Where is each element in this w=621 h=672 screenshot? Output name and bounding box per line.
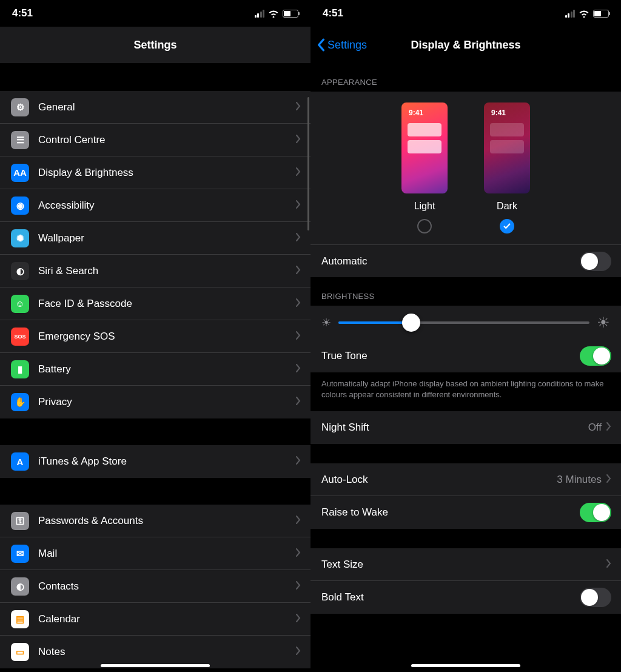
light-label: Light <box>414 201 435 212</box>
notes-icon: ▭ <box>11 643 29 661</box>
sun-large-icon: ☀︎ <box>597 314 610 331</box>
cellular-icon <box>255 10 265 18</box>
chevron-right-icon <box>296 396 301 408</box>
chevron-right-icon <box>296 101 301 113</box>
status-bar: 4:51 <box>0 0 310 27</box>
chevron-right-icon <box>296 331 301 343</box>
scrollbar[interactable] <box>307 97 309 230</box>
settings-row-face-id-passcode[interactable]: ☺Face ID & Passcode <box>0 287 310 320</box>
contacts-icon: ◐ <box>11 577 29 596</box>
row-label: Face ID & Passcode <box>38 298 296 310</box>
dark-label: Dark <box>497 201 517 212</box>
bold-text-toggle[interactable] <box>580 588 611 607</box>
row-label: Emergency SOS <box>38 331 296 343</box>
wifi-icon <box>579 9 589 18</box>
back-label: Settings <box>327 39 367 52</box>
chevron-right-icon <box>296 515 301 527</box>
chevron-right-icon <box>296 580 301 593</box>
nav-bar: Settings Display & Brightness <box>310 27 621 63</box>
accessibility-icon: ◉ <box>11 197 29 215</box>
chevron-right-icon <box>296 455 301 468</box>
appearance-light[interactable]: 9:41 Light <box>401 102 448 234</box>
chevron-right-icon <box>606 474 611 486</box>
settings-row-privacy[interactable]: ✋Privacy <box>0 386 310 418</box>
settings-row-wallpaper[interactable]: ✺Wallpaper <box>0 222 310 255</box>
gear-icon: ⚙︎ <box>11 98 29 116</box>
chevron-right-icon <box>296 167 301 179</box>
settings-row-general[interactable]: ⚙︎General <box>0 91 310 124</box>
privacy-icon: ✋ <box>11 393 29 411</box>
row-label: General <box>38 101 296 113</box>
settings-row-siri-search[interactable]: ◐Siri & Search <box>0 255 310 287</box>
true-tone-toggle[interactable] <box>580 346 611 366</box>
display-brightness-screen: 4:51 Settings Display & Brightness Appea… <box>310 0 621 672</box>
sun-small-icon: ☀︎ <box>321 316 331 329</box>
dark-radio[interactable] <box>500 219 514 234</box>
night-shift-row[interactable]: Night Shift Off <box>310 411 621 444</box>
status-icons <box>565 9 609 18</box>
nav-bar: Settings <box>0 27 310 63</box>
page-title: Settings <box>133 39 176 52</box>
settings-row-battery[interactable]: ▮Battery <box>0 353 310 386</box>
chevron-right-icon <box>296 232 301 244</box>
row-label: Notes <box>38 646 296 658</box>
light-preview: 9:41 <box>401 102 448 193</box>
chevron-right-icon <box>296 298 301 310</box>
automatic-row: Automatic <box>310 244 621 277</box>
bold-text-row: Bold Text <box>310 581 621 614</box>
wifi-icon <box>268 9 279 18</box>
row-label: Passwords & Accounts <box>38 515 296 527</box>
siri-icon: ◐ <box>11 262 29 280</box>
dark-preview: 9:41 <box>484 102 530 193</box>
row-label: Battery <box>38 363 296 375</box>
raise-to-wake-toggle[interactable] <box>580 503 611 522</box>
settings-row-emergency-sos[interactable]: SOSEmergency SOS <box>0 320 310 353</box>
row-label: Display & Brightness <box>38 167 296 179</box>
brightness-slider[interactable] <box>338 321 589 324</box>
settings-row-mail[interactable]: ✉︎Mail <box>0 537 310 570</box>
settings-row-calendar[interactable]: ▤Calendar <box>0 603 310 636</box>
settings-row-passwords-accounts[interactable]: ⚿Passwords & Accounts <box>0 505 310 537</box>
chevron-right-icon <box>606 559 611 571</box>
home-indicator[interactable] <box>101 664 210 667</box>
home-indicator[interactable] <box>411 664 520 667</box>
row-label: iTunes & App Store <box>38 455 296 468</box>
chevron-right-icon <box>296 363 301 375</box>
mail-icon: ✉︎ <box>11 545 29 563</box>
status-icons <box>255 9 299 18</box>
settings-row-display-brightness[interactable]: AADisplay & Brightness <box>0 156 310 189</box>
chevron-right-icon <box>296 200 301 212</box>
appearance-options: 9:41 Light 9:41 Dark <box>310 92 621 244</box>
sos-icon: SOS <box>11 328 29 346</box>
status-bar: 4:51 <box>310 0 621 27</box>
key-icon: ⚿ <box>11 512 29 530</box>
settings-row-itunes-app-store[interactable]: AiTunes & App Store <box>0 445 310 478</box>
text-size-row[interactable]: Text Size <box>310 548 621 581</box>
settings-row-accessibility[interactable]: ◉Accessibility <box>0 189 310 222</box>
faceid-icon: ☺ <box>11 295 29 313</box>
row-label: Siri & Search <box>38 265 296 277</box>
row-label: Accessibility <box>38 200 296 212</box>
battery-icon <box>593 10 609 18</box>
row-label: Contacts <box>38 580 296 593</box>
status-time: 4:51 <box>323 7 343 19</box>
brightness-knob[interactable] <box>402 314 420 332</box>
settings-row-control-centre[interactable]: ☰Control Centre <box>0 124 310 156</box>
light-radio[interactable] <box>417 219 432 234</box>
back-button[interactable]: Settings <box>317 38 367 52</box>
row-label: Calendar <box>38 613 296 625</box>
auto-lock-row[interactable]: Auto-Lock 3 Minutes <box>310 463 621 496</box>
page-title: Display & Brightness <box>411 39 520 52</box>
calendar-icon: ▤ <box>11 610 29 628</box>
true-tone-row: True Tone <box>310 340 621 372</box>
automatic-toggle[interactable] <box>580 252 611 271</box>
chevron-right-icon <box>606 422 611 434</box>
settings-row-notes[interactable]: ▭Notes <box>0 636 310 668</box>
chevron-right-icon <box>296 265 301 277</box>
chevron-right-icon <box>296 548 301 560</box>
wallpaper-icon: ✺ <box>11 229 29 247</box>
appearance-dark[interactable]: 9:41 Dark <box>484 102 530 234</box>
settings-row-contacts[interactable]: ◐Contacts <box>0 570 310 603</box>
battery-icon <box>283 10 298 18</box>
text-size-icon: AA <box>11 164 29 182</box>
